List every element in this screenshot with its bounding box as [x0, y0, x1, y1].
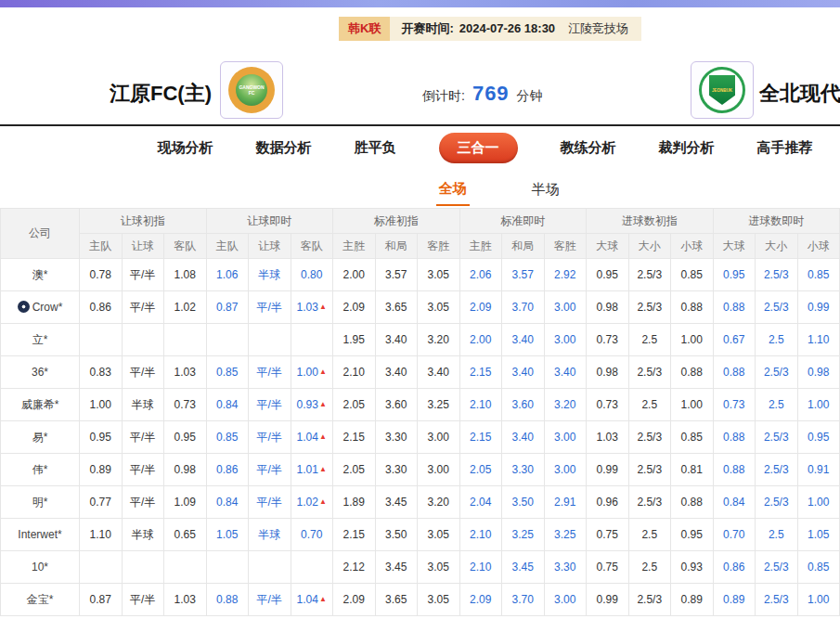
odds-cell[interactable]: 1.00: [797, 389, 840, 421]
nav-tab-data-analysis[interactable]: 数据分析: [256, 139, 312, 157]
odds-cell[interactable]: 2.5/3: [756, 584, 798, 616]
odds-cell[interactable]: 2.5/3: [628, 584, 671, 616]
nav-tab-referee-analysis[interactable]: 裁判分析: [659, 139, 715, 157]
odds-cell[interactable]: 2.10: [459, 551, 502, 584]
odds-cell[interactable]: 0.89: [713, 584, 756, 616]
odds-cell[interactable]: 0.88: [713, 454, 756, 486]
odds-cell[interactable]: 0.73: [713, 389, 756, 421]
bookmaker-name[interactable]: 威廉希*: [1, 389, 80, 421]
odds-cell[interactable]: 0.95: [671, 519, 714, 551]
odds-cell[interactable]: 2.5: [756, 519, 798, 551]
odds-cell[interactable]: 3.05: [418, 551, 460, 584]
odds-cell[interactable]: 1.10: [80, 519, 123, 551]
odds-cell[interactable]: 0.70: [291, 519, 333, 551]
odds-cell[interactable]: 0.77: [80, 486, 123, 519]
bookmaker-name[interactable]: 易*: [1, 421, 80, 454]
bookmaker-name[interactable]: 10*: [1, 551, 80, 584]
odds-cell[interactable]: 2.5/3: [756, 486, 798, 519]
odds-cell[interactable]: 1.95: [333, 324, 376, 356]
odds-cell[interactable]: 平/半: [122, 259, 164, 291]
odds-cell[interactable]: 平/半: [249, 454, 291, 486]
odds-cell[interactable]: 0.98: [587, 291, 629, 324]
odds-cell[interactable]: 2.91: [544, 486, 587, 519]
odds-cell[interactable]: 1.03: [164, 356, 207, 389]
odds-cell[interactable]: 0.80: [291, 259, 333, 291]
odds-cell[interactable]: 平/半: [249, 291, 291, 324]
nav-tab-live-analysis[interactable]: 现场分析: [158, 139, 213, 157]
odds-cell[interactable]: 0.84: [206, 486, 249, 519]
odds-cell[interactable]: 2.5/3: [628, 421, 671, 454]
nav-tab-win-draw-lose[interactable]: 胜平负: [355, 139, 396, 157]
odds-cell[interactable]: 3.40: [418, 356, 460, 389]
odds-cell[interactable]: 0.95: [713, 259, 756, 291]
odds-cell[interactable]: 2.15: [333, 519, 376, 551]
odds-cell[interactable]: 3.00: [544, 291, 587, 324]
odds-cell[interactable]: 3.40: [502, 421, 545, 454]
odds-cell[interactable]: 1.00▲: [291, 356, 333, 389]
odds-cell[interactable]: 3.40: [375, 356, 418, 389]
bookmaker-name[interactable]: 澳*: [1, 259, 80, 291]
odds-cell[interactable]: 3.57: [375, 259, 418, 291]
odds-cell[interactable]: 3.40: [502, 324, 545, 356]
odds-cell[interactable]: 0.85: [671, 259, 714, 291]
odds-cell[interactable]: 0.99: [587, 584, 629, 616]
odds-cell[interactable]: 0.65: [164, 519, 207, 551]
odds-cell[interactable]: 2.15: [459, 421, 502, 454]
odds-cell[interactable]: 半球: [122, 519, 164, 551]
odds-cell[interactable]: 0.93: [671, 551, 714, 584]
odds-cell[interactable]: 1.05: [797, 519, 840, 551]
odds-cell[interactable]: 0.89: [671, 584, 714, 616]
odds-cell[interactable]: 0.78: [80, 259, 123, 291]
odds-cell[interactable]: 平/半: [249, 356, 291, 389]
odds-cell[interactable]: 2.5/3: [756, 356, 798, 389]
odds-cell[interactable]: 0.88: [713, 291, 756, 324]
odds-cell[interactable]: 平/半: [122, 421, 164, 454]
odds-cell[interactable]: 平/半: [249, 389, 291, 421]
odds-cell[interactable]: 1.03: [587, 421, 629, 454]
odds-cell[interactable]: 0.86: [80, 291, 123, 324]
nav-tab-three-in-one[interactable]: 三合一: [439, 133, 518, 163]
odds-cell[interactable]: 0.89: [80, 454, 123, 486]
odds-cell[interactable]: 0.95: [164, 421, 207, 454]
odds-cell[interactable]: 0.96: [587, 486, 629, 519]
odds-cell[interactable]: 3.45: [375, 551, 418, 584]
odds-cell[interactable]: 3.20: [418, 324, 460, 356]
odds-cell[interactable]: 0.95: [80, 421, 123, 454]
odds-cell[interactable]: 0.98: [164, 454, 207, 486]
odds-cell[interactable]: 1.02▲: [291, 486, 333, 519]
odds-cell[interactable]: 0.95: [587, 259, 629, 291]
odds-cell[interactable]: 0.85: [797, 551, 840, 584]
odds-cell[interactable]: 2.09: [459, 584, 502, 616]
odds-cell[interactable]: 1.03▲: [291, 291, 333, 324]
odds-cell[interactable]: 0.87: [206, 291, 249, 324]
odds-cell[interactable]: 2.09: [333, 584, 376, 616]
odds-cell[interactable]: 1.04▲: [291, 584, 333, 616]
odds-cell[interactable]: 2.5: [628, 324, 671, 356]
away-team-name[interactable]: 全北现代: [759, 80, 840, 108]
odds-cell[interactable]: 平/半: [249, 421, 291, 454]
odds-cell[interactable]: 2.10: [333, 356, 376, 389]
odds-cell[interactable]: 平/半: [122, 454, 164, 486]
bookmaker-name[interactable]: 金宝*: [1, 584, 80, 616]
odds-cell[interactable]: 平/半: [122, 356, 164, 389]
odds-cell[interactable]: 3.20: [418, 486, 460, 519]
odds-cell[interactable]: 0.98: [797, 356, 840, 389]
subtab-half-match[interactable]: 半场: [529, 173, 562, 205]
odds-cell[interactable]: 3.00: [418, 421, 460, 454]
odds-cell[interactable]: 2.5/3: [756, 551, 798, 584]
odds-cell[interactable]: 3.05: [418, 584, 460, 616]
odds-cell[interactable]: 3.00: [544, 421, 587, 454]
league-badge[interactable]: 韩K联: [339, 17, 390, 41]
odds-cell[interactable]: 平/半: [249, 486, 291, 519]
odds-cell[interactable]: 2.5: [756, 389, 798, 421]
odds-cell[interactable]: 1.08: [164, 259, 207, 291]
odds-cell[interactable]: 2.09: [459, 291, 502, 324]
odds-cell[interactable]: 0.83: [80, 356, 123, 389]
odds-cell[interactable]: 1.04▲: [291, 421, 333, 454]
odds-cell[interactable]: 3.30: [375, 454, 418, 486]
odds-cell[interactable]: 平/半: [249, 584, 291, 616]
odds-cell[interactable]: 2.5: [756, 324, 798, 356]
odds-cell[interactable]: 3.30: [544, 551, 587, 584]
odds-cell[interactable]: 半球: [249, 519, 291, 551]
odds-cell[interactable]: 1.03: [164, 584, 207, 616]
